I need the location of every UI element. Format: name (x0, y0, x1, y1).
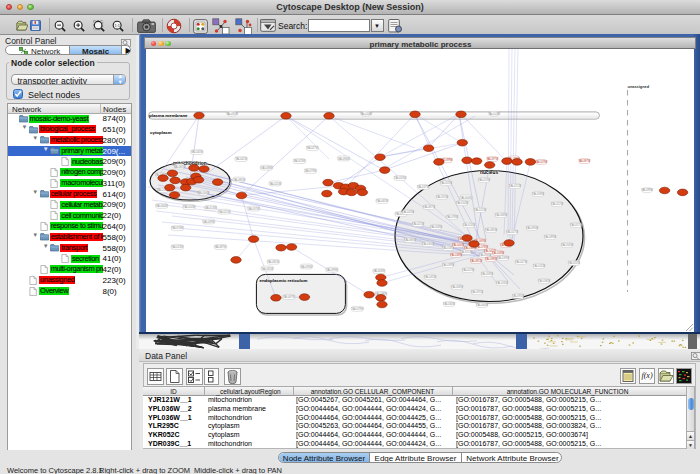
svg-text:YAL085W: YAL085W (173, 165, 185, 169)
svg-text:YAL087W: YAL087W (423, 205, 435, 209)
svg-text:YAL091W: YAL091W (471, 290, 483, 294)
svg-text:YAL024W: YAL024W (360, 112, 372, 116)
svg-text:YAL027W: YAL027W (306, 146, 318, 150)
svg-text:nucleus: nucleus (480, 170, 498, 175)
svg-text:YAL087W: YAL087W (578, 159, 590, 163)
svg-text:YAL047W: YAL047W (506, 230, 518, 234)
svg-text:YAL080W: YAL080W (485, 228, 497, 232)
svg-text:YAL058W: YAL058W (492, 251, 504, 255)
svg-text:YAL020W: YAL020W (533, 264, 545, 268)
svg-text:YAL098W: YAL098W (485, 257, 497, 261)
svg-text:YAL023W: YAL023W (478, 178, 490, 182)
svg-text:YAL021W: YAL021W (269, 182, 281, 186)
svg-text:endoplasmic reticulum: endoplasmic reticulum (259, 278, 307, 283)
svg-text:YAL055W: YAL055W (436, 195, 448, 199)
svg-text:YAL057W: YAL057W (570, 223, 582, 227)
svg-text:YAL013W: YAL013W (204, 206, 216, 210)
svg-text:YAL099W: YAL099W (641, 188, 653, 192)
svg-text:YAL037W: YAL037W (417, 185, 429, 189)
svg-text:1:1: 1:1 (114, 23, 119, 27)
svg-text:YAL045W: YAL045W (190, 150, 202, 154)
svg-text:YAL078W: YAL078W (446, 215, 458, 219)
svg-text:YAL013W: YAL013W (488, 112, 500, 116)
svg-text:YAL013W: YAL013W (171, 245, 183, 249)
svg-text:YAL025W: YAL025W (412, 222, 424, 226)
svg-text:cytoplasm: cytoplasm (150, 130, 172, 135)
svg-text:YAL039W: YAL039W (442, 263, 454, 267)
svg-text:YAL089W: YAL089W (544, 235, 556, 239)
svg-text:YAL081W: YAL081W (470, 259, 482, 263)
svg-text:YAL068W: YAL068W (495, 213, 507, 217)
svg-text:YAL053W: YAL053W (440, 181, 452, 185)
svg-text:YAL045W: YAL045W (424, 275, 436, 279)
svg-text:YAL023W: YAL023W (293, 159, 305, 163)
svg-text:YAL090W: YAL090W (526, 226, 538, 230)
svg-text:YAL022W: YAL022W (551, 202, 563, 206)
svg-text:unassigned: unassigned (627, 84, 649, 89)
svg-text:YAL022W: YAL022W (462, 268, 474, 272)
svg-text:YAL041W: YAL041W (235, 157, 247, 161)
svg-text:YAL063W: YAL063W (372, 269, 384, 273)
svg-text:YAL030W: YAL030W (197, 191, 209, 195)
svg-text:YAL014W: YAL014W (183, 205, 195, 209)
svg-text:YAL039W: YAL039W (202, 220, 214, 224)
svg-text:YAL091W: YAL091W (226, 112, 238, 116)
svg-text:YAL093W: YAL093W (300, 265, 312, 269)
svg-text:YAL019W: YAL019W (535, 160, 547, 164)
svg-text:YAL047W: YAL047W (515, 260, 527, 264)
svg-text:YAL020W: YAL020W (463, 223, 475, 227)
svg-text:YAL095W: YAL095W (512, 294, 524, 298)
svg-text:YAL085W: YAL085W (233, 178, 245, 182)
svg-text:YAL045W: YAL045W (376, 199, 388, 203)
svg-text:YAL036W: YAL036W (538, 279, 550, 283)
svg-text:YAL030W: YAL030W (443, 302, 455, 306)
svg-text:YAL044W: YAL044W (452, 243, 464, 247)
svg-text:YAL035W: YAL035W (261, 267, 273, 271)
svg-text:YAL053W: YAL053W (394, 176, 406, 180)
svg-text:YAL043W: YAL043W (402, 210, 414, 214)
svg-text:YAL056W: YAL056W (496, 281, 508, 285)
svg-text:YAL081W: YAL081W (267, 260, 279, 264)
svg-text:YAL083W: YAL083W (404, 238, 416, 242)
svg-text:YAL079W: YAL079W (351, 307, 363, 311)
svg-text:YAL039W: YAL039W (497, 256, 509, 260)
svg-text:YAL054W: YAL054W (456, 201, 468, 205)
svg-text:YAL097W: YAL097W (486, 157, 498, 161)
svg-text:YAL068W: YAL068W (451, 285, 463, 289)
svg-text:YAL044W: YAL044W (476, 303, 488, 307)
svg-text:YAL038W: YAL038W (260, 166, 272, 170)
svg-text:YAL058W: YAL058W (481, 272, 493, 276)
svg-text:YAL021W: YAL021W (218, 210, 230, 214)
svg-text:YAL064W: YAL064W (155, 204, 167, 208)
svg-text:YAL079W: YAL079W (304, 169, 316, 173)
svg-text:plasma membrane: plasma membrane (149, 113, 188, 118)
svg-text:YAL074W: YAL074W (171, 226, 183, 230)
svg-text:YAL087W: YAL087W (214, 245, 226, 249)
svg-text:YAL067W: YAL067W (282, 295, 294, 299)
svg-text:YAL055W: YAL055W (568, 261, 580, 265)
svg-text:YAL058W: YAL058W (532, 192, 544, 196)
svg-text:YAL021W: YAL021W (509, 184, 521, 188)
svg-text:YAL058W: YAL058W (430, 225, 442, 229)
svg-text:YAL034W: YAL034W (422, 242, 434, 246)
svg-text:YAL056W: YAL056W (561, 243, 573, 247)
svg-text:YAL037W: YAL037W (247, 207, 259, 211)
svg-text:YAL099W: YAL099W (325, 268, 337, 272)
svg-text:YAL064W: YAL064W (460, 196, 472, 200)
svg-text:YAL096W: YAL096W (337, 157, 349, 161)
svg-text:YAL015W: YAL015W (474, 208, 486, 212)
svg-text:YAL038W: YAL038W (450, 253, 462, 257)
